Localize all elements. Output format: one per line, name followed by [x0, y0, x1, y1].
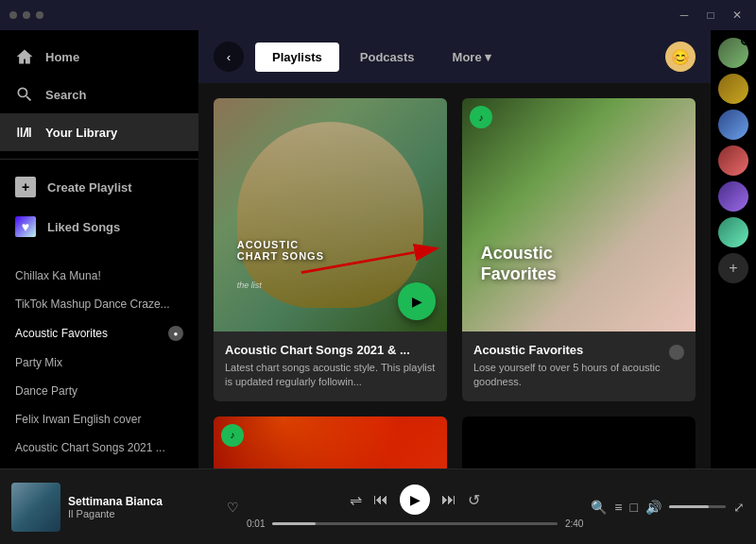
right-controls: 🔍 ≡ □ 🔊 ⤢	[591, 500, 745, 515]
progress-fill	[272, 522, 315, 525]
tab-playlists[interactable]: Playlists	[255, 42, 339, 72]
plus-icon: +	[15, 177, 36, 197]
control-buttons: ⇌ ⏮ ▶ ⏭ ↺	[350, 484, 480, 515]
device-button[interactable]: □	[630, 500, 638, 515]
track-artist: Il Pagante	[68, 508, 219, 519]
avatar-img-2	[718, 74, 748, 104]
home-icon	[15, 47, 34, 66]
tab-podcasts[interactable]: Podcasts	[343, 42, 432, 72]
avatar-img-6	[718, 217, 748, 247]
dot-3	[36, 11, 43, 19]
playlist-item-dance-party[interactable]: Dance Party	[0, 377, 198, 405]
create-playlist-button[interactable]: + Create Playlist	[0, 167, 198, 207]
card-desc-acoustic-fav: Lose yourself to over 5 hours of acousti…	[473, 361, 684, 390]
volume-button[interactable]: 🔊	[645, 500, 662, 515]
card-overlay-text-1: ACOUSTIC CHART SONGS	[237, 239, 324, 262]
playlist-item-tiktok[interactable]: TikTok Mashup Dance Craze...	[0, 290, 198, 318]
next-button[interactable]: ⏭	[441, 491, 456, 508]
avatar-img-3	[718, 110, 748, 140]
sidebar-nav: Home Search Your Library	[0, 30, 198, 159]
now-playing-bar: Settimana Bianca Il Pagante ♡ ⇌ ⏮ ▶ ⏭ ↺ …	[0, 468, 756, 544]
playback-controls: ⇌ ⏮ ▶ ⏭ ↺ 0:01 2:40	[247, 484, 583, 529]
sidebar-item-library[interactable]: Your Library	[0, 113, 198, 151]
nav-tabs: Playlists Podcasts More ▾	[255, 42, 654, 72]
card-acoustic-fav[interactable]: ♪ AcousticFavorites Acoustic Favorites L…	[462, 98, 696, 401]
search-icon	[15, 85, 34, 104]
create-playlist-label: Create Playlist	[47, 180, 132, 195]
card-info-acoustic-chart: Acoustic Chart Songs 2021 & ... Latest c…	[214, 332, 447, 401]
repeat-button[interactable]: ↺	[468, 491, 480, 509]
progress-bar[interactable]	[272, 522, 557, 525]
guitar-figure	[237, 122, 424, 309]
sidebar-item-search-label: Search	[45, 88, 86, 102]
shuffle-button[interactable]: ⇌	[350, 491, 362, 509]
liked-songs-button[interactable]: ♥ Liked Songs	[0, 207, 198, 246]
right-avatar-1[interactable]	[718, 38, 748, 68]
card-overlay-text-2: AcousticFavorites	[481, 244, 557, 284]
sidebar-item-home-label: Home	[45, 50, 79, 64]
previous-button[interactable]: ⏮	[373, 491, 388, 508]
playlist-item-acoustic-chart[interactable]: Acoustic Chart Songs 2021 ...	[0, 434, 198, 462]
playlist-item-party-mix[interactable]: Party Mix	[0, 348, 198, 377]
title-bar-dots	[9, 11, 43, 19]
user-avatar[interactable]: 😊	[665, 42, 696, 72]
title-bar: ─ □ ✕	[0, 0, 756, 30]
queue-button[interactable]: ≡	[614, 500, 622, 515]
time-total: 2:40	[565, 518, 583, 529]
dot-1	[9, 11, 17, 19]
card-acoustic-chart[interactable]: ACOUSTIC CHART SONGS the list ▶ Acoustic…	[214, 98, 447, 401]
progress-container: 0:01 2:40	[247, 518, 583, 529]
volume-bar[interactable]	[669, 505, 726, 508]
tab-more[interactable]: More ▾	[436, 42, 509, 72]
track-info: Settimana Bianca Il Pagante	[68, 495, 219, 519]
sidebar-actions: + Create Playlist ♥ Liked Songs	[0, 159, 198, 254]
track-title: Settimana Bianca	[68, 495, 219, 508]
right-avatar-5[interactable]	[718, 181, 748, 212]
card-image-acoustic-chart: ACOUSTIC CHART SONGS the list ▶	[214, 98, 447, 332]
heart-icon: ♥	[15, 216, 36, 237]
right-avatar-2[interactable]	[718, 74, 748, 104]
card-title-acoustic-fav: Acoustic Favorites	[473, 343, 583, 357]
spotify-badge-dp: ♪	[221, 424, 244, 447]
card-bg-acoustic-fav: ♪ AcousticFavorites	[462, 98, 696, 332]
sidebar-item-search[interactable]: Search	[0, 76, 198, 113]
sidebar-item-library-label: Your Library	[45, 126, 117, 140]
sidebar: Home Search Your Library + Create Playli…	[0, 30, 198, 544]
dot-2	[23, 11, 30, 19]
right-avatar-3[interactable]	[718, 110, 748, 140]
play-button-acoustic-chart[interactable]: ▶	[398, 282, 436, 320]
play-pause-button[interactable]: ▶	[400, 484, 430, 515]
card-dot-acoustic-fav	[669, 345, 684, 360]
lyrics-button[interactable]: 🔍	[591, 500, 607, 515]
minimize-button[interactable]: ─	[675, 6, 694, 25]
sidebar-item-home[interactable]: Home	[0, 38, 198, 76]
time-current: 0:01	[247, 518, 265, 529]
right-avatar-4[interactable]	[718, 145, 748, 176]
playlist-item-acoustic-fav[interactable]: Acoustic Favorites ●	[0, 318, 198, 348]
title-bar-controls: ─ □ ✕	[675, 6, 747, 25]
spotify-badge-2: ♪	[470, 106, 492, 128]
fullscreen-button[interactable]: ⤢	[733, 500, 745, 515]
avatar-img-5	[718, 181, 748, 212]
active-indicator: ●	[168, 326, 183, 341]
album-art	[11, 483, 60, 532]
card-title-acoustic-chart: Acoustic Chart Songs 2021 & ...	[225, 343, 436, 357]
avatar-img-4	[718, 145, 748, 176]
playlist-item-felix[interactable]: Felix Irwan English cover	[0, 405, 198, 434]
add-friend-button[interactable]: +	[718, 253, 748, 283]
card-desc-acoustic-chart: Latest chart songs acoustic style. This …	[225, 361, 436, 390]
card-image-acoustic-fav: ♪ AcousticFavorites	[462, 98, 696, 332]
back-button[interactable]: ‹	[214, 42, 244, 72]
card-info-acoustic-fav: Acoustic Favorites Lose yourself to over…	[462, 332, 696, 401]
notification-indicator	[741, 38, 748, 45]
right-sidebar: +	[711, 30, 756, 544]
main-layout: Home Search Your Library + Create Playli…	[0, 30, 756, 544]
like-button[interactable]: ♡	[227, 500, 239, 515]
library-icon	[15, 123, 34, 142]
close-button[interactable]: ✕	[728, 6, 747, 25]
right-avatar-6[interactable]	[718, 217, 748, 247]
maximize-button[interactable]: □	[701, 6, 720, 25]
top-nav: ‹ Playlists Podcasts More ▾ 😊	[198, 30, 711, 83]
playlist-item-chillax[interactable]: Chillax Ka Muna!	[0, 262, 198, 290]
volume-fill	[669, 505, 709, 508]
